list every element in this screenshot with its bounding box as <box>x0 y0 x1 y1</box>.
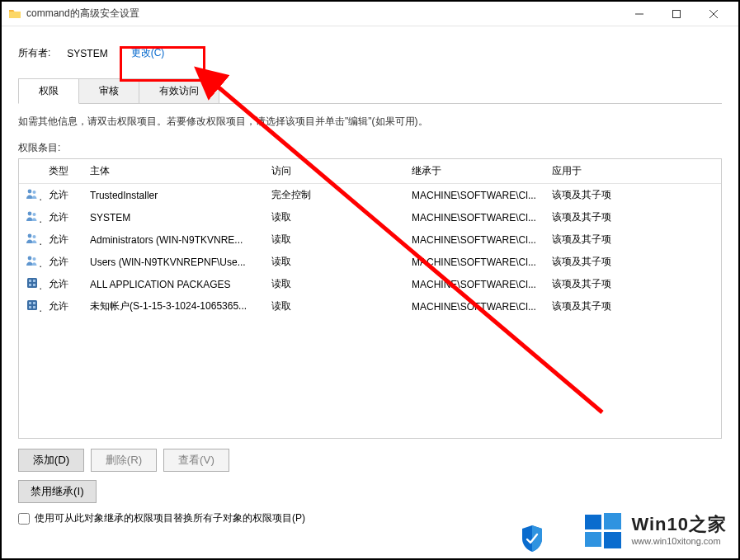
row-access: 读取 <box>265 251 405 273</box>
svg-rect-24 <box>604 513 621 529</box>
row-inherited-from: MACHINE\SOFTWARE\Cl... <box>405 273 545 295</box>
svg-rect-17 <box>27 300 37 310</box>
svg-point-4 <box>28 190 32 194</box>
watermark-url: www.win10xitong.com <box>631 536 727 548</box>
svg-rect-25 <box>585 532 601 547</box>
row-applies-to: 该项及其子项 <box>545 295 721 318</box>
svg-point-5 <box>33 191 36 194</box>
row-access: 读取 <box>265 206 405 228</box>
svg-point-6 <box>28 212 32 216</box>
svg-point-11 <box>33 257 36 261</box>
row-type: 允许 <box>42 228 83 251</box>
row-type: 允许 <box>42 184 83 207</box>
tabs: 权限 审核 有效访问 <box>18 78 722 104</box>
row-access: 读取 <box>265 273 405 295</box>
window-title: command的高级安全设置 <box>26 7 620 21</box>
maximize-button[interactable] <box>658 2 695 26</box>
minimize-button[interactable] <box>620 2 658 26</box>
svg-rect-16 <box>33 284 35 286</box>
row-icon-cell <box>19 184 42 207</box>
svg-rect-15 <box>29 284 31 286</box>
replace-children-label[interactable]: 使用可从此对象继承的权限项目替换所有子对象的权限项目(P) <box>35 511 305 525</box>
remove-button[interactable]: 删除(R) <box>91 449 157 472</box>
svg-rect-20 <box>29 306 31 308</box>
row-inherited-from: MACHINE\SOFTWARE\Cl... <box>405 251 545 273</box>
row-principal: 未知帐户(S-1-15-3-1024-1065365... <box>83 295 265 318</box>
row-principal: SYSTEM <box>83 206 265 228</box>
svg-point-7 <box>33 213 36 216</box>
row-inherited-from: MACHINE\SOFTWARE\Cl... <box>405 295 545 318</box>
row-applies-to: 该项及其子项 <box>545 206 721 228</box>
owner-value: SYSTEM <box>67 48 107 59</box>
row-type: 允许 <box>42 206 83 228</box>
svg-rect-13 <box>29 280 31 282</box>
row-type: 允许 <box>42 251 83 273</box>
row-applies-to: 该项及其子项 <box>545 273 721 295</box>
table-row[interactable]: 允许SYSTEM读取MACHINE\SOFTWARE\Cl...该项及其子项 <box>19 206 721 228</box>
table-row[interactable]: 允许TrustedInstaller完全控制MACHINE\SOFTWARE\C… <box>19 184 721 207</box>
add-button[interactable]: 添加(D) <box>18 449 84 472</box>
svg-point-10 <box>28 256 32 261</box>
row-icon-cell <box>19 228 42 251</box>
row-principal: Users (WIN-N9TKVNREPNF\Use... <box>83 251 265 273</box>
row-icon-cell <box>19 295 42 318</box>
windows-logo-icon <box>583 511 623 550</box>
tab-permissions[interactable]: 权限 <box>18 78 79 104</box>
permissions-table-container[interactable]: 类型 主体 访问 继承于 应用于 允许TrustedInstaller完全控制M… <box>18 158 722 439</box>
titlebar: command的高级安全设置 <box>2 2 738 26</box>
table-header-row: 类型 主体 访问 继承于 应用于 <box>19 159 721 184</box>
folder-icon <box>8 7 21 21</box>
entries-label: 权限条目: <box>18 141 722 155</box>
window-frame: command的高级安全设置 所有者: SYSTEM 更改(C) 权限 审核 有… <box>0 0 740 560</box>
row-icon-cell <box>19 206 42 228</box>
row-principal: ALL APPLICATION PACKAGES <box>83 273 265 295</box>
column-header-type[interactable]: 类型 <box>42 159 83 184</box>
svg-rect-21 <box>33 306 35 308</box>
row-access: 读取 <box>265 228 405 251</box>
row-inherited-from: MACHINE\SOFTWARE\Cl... <box>405 206 545 228</box>
svg-rect-18 <box>29 302 31 304</box>
row-type: 允许 <box>42 295 83 318</box>
owner-row: 所有者: SYSTEM 更改(C) <box>18 43 722 64</box>
permissions-table: 类型 主体 访问 继承于 应用于 允许TrustedInstaller完全控制M… <box>19 159 721 318</box>
change-owner-link[interactable]: 更改(C) <box>125 43 172 64</box>
svg-rect-14 <box>33 280 35 282</box>
column-header-applies-to[interactable]: 应用于 <box>545 159 721 184</box>
tab-effective-access[interactable]: 有效访问 <box>139 78 219 103</box>
svg-rect-26 <box>604 532 621 548</box>
instructions-text: 如需其他信息，请双击权限项目。若要修改权限项目，请选择该项目并单击"编辑"(如果… <box>18 114 722 129</box>
row-applies-to: 该项及其子项 <box>545 184 721 207</box>
row-principal: Administrators (WIN-N9TKVNRE... <box>83 228 265 251</box>
table-row[interactable]: 允许ALL APPLICATION PACKAGES读取MACHINE\SOFT… <box>19 273 721 295</box>
row-applies-to: 该项及其子项 <box>545 228 721 251</box>
owner-label: 所有者: <box>18 46 50 60</box>
svg-rect-23 <box>585 515 601 529</box>
row-access: 读取 <box>265 295 405 318</box>
row-inherited-from: MACHINE\SOFTWARE\Cl... <box>405 184 545 207</box>
column-header-principal[interactable]: 主体 <box>83 159 265 184</box>
replace-children-checkbox[interactable] <box>18 513 30 525</box>
table-row[interactable]: 允许Administrators (WIN-N9TKVNRE...读取MACHI… <box>19 228 721 251</box>
close-button[interactable] <box>695 2 732 26</box>
column-header-inherited-from[interactable]: 继承于 <box>405 159 545 184</box>
row-inherited-from: MACHINE\SOFTWARE\Cl... <box>405 228 545 251</box>
table-row[interactable]: 允许未知帐户(S-1-15-3-1024-1065365...读取MACHINE… <box>19 295 721 318</box>
row-principal: TrustedInstaller <box>83 184 265 207</box>
tab-auditing[interactable]: 审核 <box>78 78 139 103</box>
row-icon-cell <box>19 273 42 295</box>
shield-icon <box>521 525 544 552</box>
table-row[interactable]: 允许Users (WIN-N9TKVNREPNF\Use...读取MACHINE… <box>19 251 721 273</box>
row-access: 完全控制 <box>265 184 405 207</box>
svg-point-8 <box>28 234 32 238</box>
svg-rect-12 <box>27 278 37 288</box>
row-icon-cell <box>19 251 42 273</box>
svg-point-9 <box>33 235 36 238</box>
watermark-title: Win10之家 <box>631 513 727 536</box>
svg-rect-1 <box>672 10 680 17</box>
watermark: Win10之家 www.win10xitong.com <box>583 511 727 550</box>
disable-inheritance-button[interactable]: 禁用继承(I) <box>18 480 97 503</box>
column-header-icon[interactable] <box>19 159 42 184</box>
column-header-access[interactable]: 访问 <box>265 159 405 184</box>
row-applies-to: 该项及其子项 <box>545 251 721 273</box>
view-button[interactable]: 查看(V) <box>163 449 229 472</box>
